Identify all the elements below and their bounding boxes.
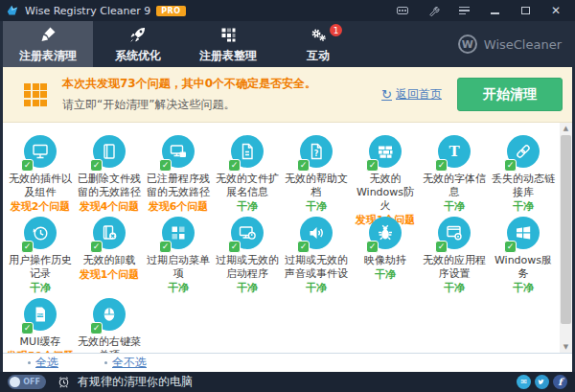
scan-item-8[interactable]: ✓丢失的动态链接库干净 [489,132,558,214]
scan-item-9[interactable]: ✓用户操作历史记录干净 [6,214,75,295]
issues-subline: 请立即“开始清理”解决这些问题。 [62,97,381,113]
scan-item-2[interactable]: ✓已删除文件残留的无效路径发现4个问题 [75,132,144,214]
select-none-link[interactable]: 全不选 [104,355,147,371]
checkmark-icon[interactable]: ✓ [435,241,448,253]
feedback-icon[interactable] [395,4,410,17]
item-status: 干净 [306,200,327,213]
gears-icon [309,24,328,45]
scan-item-16[interactable]: ✓Windows服务干净 [489,214,558,295]
scan-item-1[interactable]: ✓无效的插件以及组件发现2个问题 [6,132,75,214]
checkmark-icon[interactable]: ✓ [297,241,310,253]
main-panel: 本次共发现73个问题，其中0个不确定是否安全。 请立即“开始清理”解决这些问题。… [3,67,572,372]
scan-item-18[interactable]: ✓无效的右键菜单项 [75,295,144,353]
checkmark-icon[interactable]: ✓ [297,159,310,172]
svg-text:MUI: MUI [36,313,44,317]
svg-text:T: T [448,143,460,160]
item-label: 已删除文件残留的无效路径 [77,173,142,199]
titlebar: Wise Registry Cleaner 9 PRO ✕ [0,0,575,21]
window-title: Wise Registry Cleaner 9 [25,5,150,17]
scan-item-15[interactable]: ✓无效的应用程序设置干净 [420,214,489,295]
notification-badge: 1 [330,24,342,36]
scroll-down-icon[interactable]: ▼ [560,341,572,353]
checkmark-icon[interactable]: ✓ [21,241,34,253]
minimize-button[interactable] [487,4,502,17]
item-status: 干净 [444,282,465,294]
checkmark-icon[interactable]: ✓ [228,241,241,253]
app-logo-icon [6,4,19,17]
item-label: 过期或无效的声音或事件设 [284,254,349,281]
brand-name: WiseCleaner [484,37,562,52]
tab-bar: 注册表清理系统优化注册表整理互动1 W WiseCleaner [0,21,575,67]
scrollbar-thumb[interactable] [561,135,571,324]
item-status: 干净 [237,200,258,213]
item-status: 干净 [237,282,258,294]
tab-2[interactable]: 系统优化 [93,21,183,67]
item-label: Windows服务 [491,254,556,281]
item-label: 用户操作历史记录 [8,254,73,281]
scan-item-5[interactable]: ?✓无效的帮助文档干净 [282,132,351,214]
item-label: 无效的字体信息 [422,173,487,199]
scan-item-6[interactable]: ✓无效的Windows防火发现1个问题 [351,132,420,214]
item-label: 无效的应用程序设置 [422,254,487,281]
checkmark-icon[interactable]: ✓ [159,159,172,172]
item-status: 发现4个问题 [80,200,140,213]
email-icon[interactable]: ✉ [517,375,531,389]
rocket-icon [128,24,148,45]
scan-item-10[interactable]: ✓无效的卸载发现1个问题 [75,214,144,295]
checkmark-icon[interactable]: ✓ [366,159,379,172]
checkmark-icon[interactable]: ✓ [228,159,241,172]
toggle-knob [10,377,20,387]
checkmark-icon[interactable]: ✓ [21,322,34,334]
svg-text:?: ? [314,150,319,158]
close-button[interactable]: ✕ [548,4,564,17]
maximize-button[interactable] [518,4,533,17]
selection-row: 全选 全不选 [3,353,572,372]
item-status: 发现1个问题 [80,268,140,281]
scan-item-14[interactable]: ✓映像劫持干净 [351,214,420,295]
checkmark-icon[interactable]: ✓ [159,241,172,253]
item-label: 无效的Windows防火 [353,173,418,213]
scan-item-7[interactable]: T✓无效的字体信息干净 [420,132,489,214]
checkmark-icon[interactable]: ✓ [90,241,103,253]
item-label: 无效的文件扩展名信息 [215,173,280,199]
defrag-icon [218,24,238,45]
checkmark-icon[interactable]: ✓ [435,159,448,172]
brush-icon [38,24,58,45]
scrollbar[interactable]: ▲ ▼ [560,123,572,353]
item-label: 丢失的动态链接库 [491,173,556,199]
scan-item-13[interactable]: ✓过期或无效的声音或事件设干净 [282,214,351,295]
item-status: 干净 [168,282,189,294]
schedule-toggle[interactable]: OFF [8,375,46,389]
scan-item-17[interactable]: MUI✓MUI缓存发现59个问题 [6,295,75,353]
scan-item-11[interactable]: ✓过期启动菜单项干净 [144,214,213,295]
select-all-link[interactable]: 全选 [28,355,58,371]
twitter-icon[interactable] [535,375,549,389]
checkmark-icon[interactable]: ✓ [90,322,103,334]
tab-label: 注册表整理 [199,48,257,64]
scan-item-12[interactable]: ✓过期或无效的启动程序干净 [213,214,282,295]
checkmark-icon[interactable]: ✓ [366,241,379,253]
checkmark-icon[interactable]: ✓ [90,159,103,172]
tab-1[interactable]: 注册表清理 [3,21,93,67]
item-status: 干净 [513,282,534,294]
item-status: 干净 [444,200,465,213]
scan-item-4[interactable]: ✓无效的文件扩展名信息干净 [213,132,282,214]
issues-headline: 本次共发现73个问题，其中0个不确定是否安全。 [62,76,381,92]
bullet-icon [104,361,107,364]
item-status: 干净 [375,268,396,281]
alarm-clock-icon [58,376,70,388]
tab-3[interactable]: 注册表整理 [183,21,273,67]
start-clean-button[interactable]: 开始清理 [457,78,563,111]
scan-item-3[interactable]: ✓已注册程序残留的无效路径发现6个问题 [144,132,213,214]
checkmark-icon[interactable]: ✓ [21,159,34,172]
settings-wrench-icon[interactable] [426,4,441,17]
menu-icon[interactable] [456,4,472,17]
checkmark-icon[interactable]: ✓ [504,241,517,253]
back-home-link[interactable]: ↻ 返回首页 [381,86,442,103]
tab-4[interactable]: 互动1 [273,21,363,67]
checkmark-icon[interactable]: ✓ [504,159,517,172]
scroll-up-icon[interactable]: ▲ [560,123,572,134]
facebook-icon[interactable]: f [553,375,567,389]
app-window: Wise Registry Cleaner 9 PRO ✕ 注册表清理系统优化注… [0,0,575,392]
tab-label: 注册表清理 [19,48,77,64]
